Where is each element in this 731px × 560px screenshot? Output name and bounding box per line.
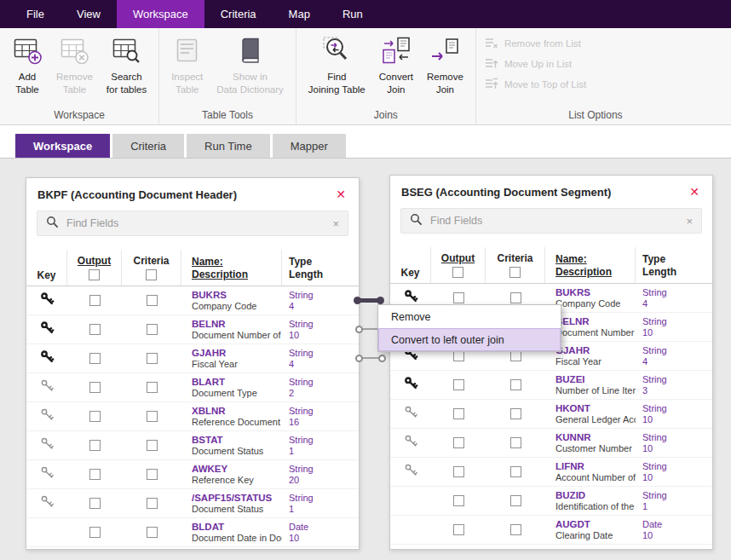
join-endpoint-circle[interactable] — [378, 355, 386, 362]
field-name[interactable]: AWKEY — [192, 464, 227, 474]
description-column-label[interactable]: Description — [192, 268, 248, 280]
key-icon — [40, 349, 55, 367]
output-checkbox[interactable] — [453, 408, 464, 419]
remove-table-button: Remove Table — [51, 31, 98, 109]
criteria-select-all-checkbox[interactable] — [146, 269, 157, 280]
field-row-lifnr: LIFNRAccount Number of SupString10 — [390, 458, 712, 487]
menu-view[interactable]: View — [60, 0, 117, 28]
find-fields-input[interactable]: Find Fields × — [37, 211, 348, 236]
criteria-checkbox[interactable] — [510, 524, 521, 535]
key-icon — [40, 494, 55, 512]
output-checkbox[interactable] — [453, 524, 464, 535]
output-checkbox[interactable] — [453, 292, 464, 303]
output-checkbox[interactable] — [453, 495, 464, 506]
output-checkbox[interactable] — [89, 469, 101, 480]
menu-criteria[interactable]: Criteria — [204, 0, 273, 28]
criteria-checkbox[interactable] — [147, 295, 158, 306]
output-checkbox[interactable] — [89, 382, 101, 393]
criteria-checkbox[interactable] — [147, 382, 158, 393]
output-select-all-checkbox[interactable] — [452, 267, 463, 278]
field-name[interactable]: GJAHR — [192, 348, 226, 358]
output-checkbox[interactable] — [453, 466, 464, 477]
output-checkbox[interactable] — [89, 498, 101, 509]
move-top-list-icon — [485, 78, 498, 91]
output-checkbox[interactable] — [89, 527, 101, 538]
remove-join-button[interactable]: Remove Join — [422, 31, 469, 109]
name-cell: BLDATDocument Date in Docu — [181, 518, 282, 546]
tab-run-time[interactable]: Run Time — [187, 134, 270, 158]
field-name[interactable]: BUKRS — [192, 290, 227, 300]
output-checkbox[interactable] — [89, 295, 101, 306]
field-name[interactable]: HKONT — [555, 403, 590, 413]
clear-search-icon[interactable]: × — [686, 215, 693, 228]
field-name[interactable]: BLDAT — [192, 522, 224, 532]
menu-map[interactable]: Map — [273, 0, 326, 28]
menu-workspace[interactable]: Workspace — [117, 0, 204, 28]
field-name[interactable]: BSTAT — [192, 435, 223, 445]
ribbon-group-label: Table Tools — [159, 109, 296, 124]
criteria-select-all-checkbox[interactable] — [509, 267, 521, 278]
selected-join-endpoint-dot[interactable] — [354, 297, 361, 304]
field-description: Account Number of Sup — [555, 472, 636, 482]
tab-mapper[interactable]: Mapper — [273, 134, 346, 158]
data-dictionary-icon — [235, 35, 266, 66]
find-joining-table-button[interactable]: Find Joining Table — [303, 31, 371, 109]
criteria-checkbox[interactable] — [147, 527, 158, 538]
clear-search-icon[interactable]: × — [332, 217, 339, 230]
join-endpoint-circle[interactable] — [355, 355, 363, 362]
join-endpoint-circle[interactable] — [355, 326, 363, 333]
field-name[interactable]: BUKRS — [555, 287, 590, 297]
output-checkbox[interactable] — [453, 437, 464, 448]
field-name[interactable]: BUZID — [555, 490, 585, 500]
output-cell — [67, 286, 122, 315]
criteria-checkbox[interactable] — [510, 466, 521, 477]
field-name[interactable]: KUNNR — [555, 432, 591, 442]
criteria-checkbox[interactable] — [510, 408, 521, 419]
criteria-checkbox[interactable] — [510, 379, 521, 390]
close-panel-icon[interactable]: ✕ — [688, 185, 701, 199]
criteria-checkbox[interactable] — [510, 495, 521, 506]
context-menu-item-convert-to-left-outer-join[interactable]: Convert to left outer join — [378, 328, 561, 351]
output-checkbox[interactable] — [89, 411, 101, 422]
ribbon-group-workspace: Add TableRemove TableSearch for tablesWo… — [0, 28, 159, 124]
tab-workspace[interactable]: Workspace — [15, 134, 110, 158]
tab-criteria[interactable]: Criteria — [112, 134, 184, 158]
criteria-checkbox[interactable] — [510, 437, 521, 448]
output-checkbox[interactable] — [89, 440, 101, 451]
output-checkbox[interactable] — [89, 353, 101, 364]
criteria-checkbox[interactable] — [147, 324, 158, 335]
field-name[interactable]: BELNR — [192, 319, 226, 329]
field-name[interactable]: AUGDT — [555, 519, 590, 529]
field-length: 10 — [642, 414, 653, 424]
criteria-checkbox[interactable] — [147, 411, 158, 422]
menu-run[interactable]: Run — [326, 0, 379, 28]
field-name[interactable]: LIFNR — [555, 461, 584, 471]
output-column-label[interactable]: Output — [78, 255, 111, 267]
output-column-label[interactable]: Output — [441, 252, 475, 264]
find-fields-input[interactable]: Find Fields × — [400, 208, 702, 234]
selected-join-endpoint-dot[interactable] — [377, 297, 384, 304]
field-name[interactable]: BUZEI — [555, 374, 585, 384]
criteria-checkbox[interactable] — [147, 469, 158, 480]
criteria-checkbox[interactable] — [147, 440, 158, 451]
output-checkbox[interactable] — [89, 324, 101, 335]
menu-file[interactable]: File — [10, 0, 60, 28]
field-name[interactable]: /SAPF15/STATUS — [192, 493, 272, 503]
name-column-label[interactable]: Name: — [555, 253, 587, 265]
criteria-checkbox[interactable] — [147, 498, 158, 509]
field-description: Customer Number — [555, 443, 632, 453]
criteria-checkbox[interactable] — [147, 353, 158, 364]
description-column-label[interactable]: Description — [555, 266, 612, 278]
field-name[interactable]: BLART — [192, 377, 225, 387]
search-for-tables-button[interactable]: Search for tables — [101, 31, 152, 109]
name-column-label[interactable]: Name: — [192, 256, 223, 268]
field-name[interactable]: XBLNR — [192, 406, 226, 416]
criteria-checkbox[interactable] — [510, 292, 521, 303]
convert-join-button[interactable]: Convert Join — [374, 31, 418, 109]
add-table-button[interactable]: Add Table — [7, 31, 48, 109]
output-checkbox[interactable] — [453, 379, 464, 390]
context-menu-item-remove[interactable]: Remove — [378, 305, 561, 328]
output-select-all-checkbox[interactable] — [89, 269, 100, 280]
field-description: Document Number of a — [555, 327, 636, 338]
close-panel-icon[interactable]: ✕ — [334, 188, 348, 201]
